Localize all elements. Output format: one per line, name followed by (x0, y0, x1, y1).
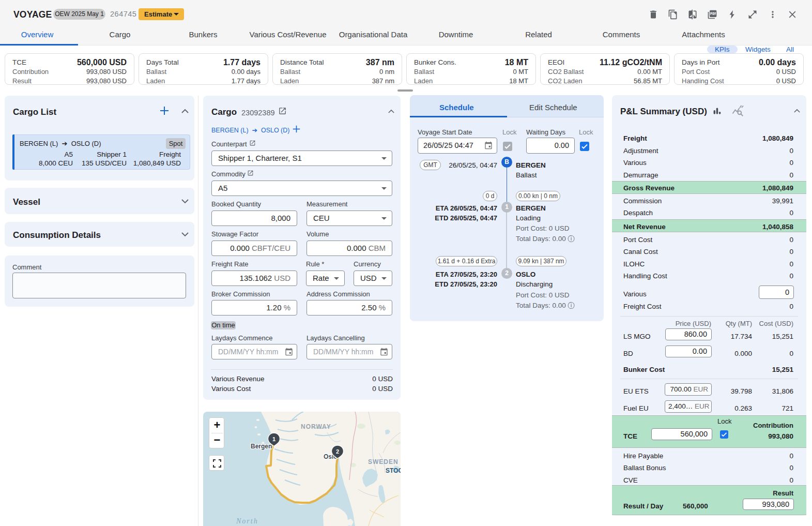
svg-text:SWEDEN: SWEDEN (368, 458, 399, 465)
svg-text:Bergen: Bergen (251, 443, 272, 450)
svg-text:1: 1 (272, 436, 275, 442)
svg-text:NORWAY: NORWAY (301, 423, 331, 430)
svg-text:STOC: STOC (386, 467, 401, 474)
svg-text:2: 2 (336, 448, 339, 455)
svg-text:North: North (236, 517, 258, 525)
